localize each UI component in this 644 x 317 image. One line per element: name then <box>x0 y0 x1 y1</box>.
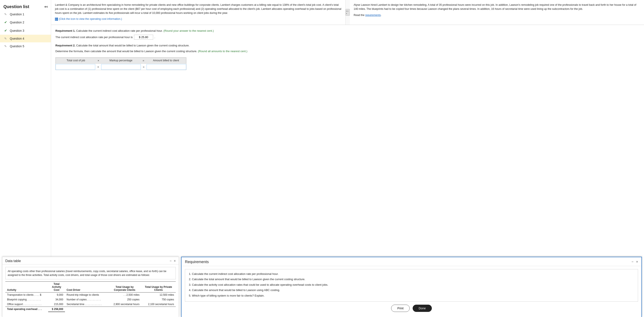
icon-link[interactable]: (Click the icon to view the operating co… <box>55 17 122 21</box>
formula-input-col1 <box>56 64 95 70</box>
col-private-header: Total Usage by PrivateClients <box>141 282 176 292</box>
sidebar-item-label: Question 1 <box>10 12 24 16</box>
row3-driver: Secretarial time . . . . . . . . . . . . <box>65 302 108 307</box>
sidebar-item-q4[interactable]: ✎ Question 4 <box>0 35 51 42</box>
formula-equals-op: = <box>141 64 147 70</box>
formula-input-col3 <box>146 64 186 70</box>
row1-corporate: . . 2,500 miles <box>108 292 141 297</box>
total-row: Total operating overhead . . . $ 258,000 <box>5 307 176 312</box>
passage-right-text: Alyse Lawson hired Lambert to design her… <box>354 3 640 11</box>
requirements-header: Requirements − × <box>182 257 642 266</box>
requirements-content: Calculate the current indirect cost allo… <box>182 266 642 317</box>
row1-cost: 9,000 <box>48 292 65 297</box>
req1-answer-prefix: The current indirect cost allocation rat… <box>56 35 133 39</box>
sidebar-title-text: Question list <box>4 4 29 9</box>
data-table-title: Data table <box>5 259 21 263</box>
requirement-2-block: Requirement 2. Calculate the total amoun… <box>56 43 640 70</box>
col-activity-header: Activity <box>5 282 48 292</box>
svg-rect-0 <box>55 18 58 21</box>
table-icon <box>55 18 58 21</box>
pencil-icon: ✎ <box>4 44 8 48</box>
row3-activity: Office support . . . . . . . . . . . . . <box>5 302 48 307</box>
passage-left-text: Lambert & Company is an architectural fi… <box>55 3 342 15</box>
row1-private: 12,500 miles <box>141 292 176 297</box>
sidebar-item-q2[interactable]: ✔ Question 2 <box>0 18 51 26</box>
formula-input-1[interactable] <box>56 64 95 70</box>
formula-input-2[interactable] <box>101 64 141 70</box>
row3-corporate: 2,900 secretarial hours <box>108 302 141 307</box>
passage-area: Lambert & Company is an architectural fi… <box>51 0 644 25</box>
formula-header: Total cost of job × Markup percentage = … <box>56 57 186 64</box>
overlays: Data table − × All operating costs other… <box>0 257 644 317</box>
total-activity: Total operating overhead . . . <box>5 307 48 312</box>
requirement-1-title: Requirement 1. Calculate the current ind… <box>56 29 640 33</box>
table-row: Office support . . . . . . . . . . . . .… <box>5 302 176 307</box>
requirements-panel: Requirements − × Calculate the current i… <box>181 257 642 317</box>
formula-col2-header: Markup percentage <box>101 58 141 63</box>
req-list-item: Calculate the current indirect cost allo… <box>192 272 635 276</box>
icon-link-text: (Click the icon to view the operating co… <box>59 17 122 21</box>
col-driver-header: Cost Driver <box>65 282 108 292</box>
table-row: Transporation to clients . . . . $ 9,000… <box>5 292 176 297</box>
data-table-description: All operating costs other than professio… <box>5 267 176 279</box>
sidebar-item-label: Question 3 <box>10 29 24 32</box>
req1-answer-input[interactable] <box>134 35 153 40</box>
print-button[interactable]: Print <box>391 305 410 312</box>
formula-eq-header: = <box>141 58 146 63</box>
data-table-header: Data table − × <box>2 257 179 264</box>
requirements-minimize-button[interactable]: − <box>632 260 633 264</box>
row3-cost: 215,000 <box>48 302 65 307</box>
requirements-link[interactable]: requirements <box>365 14 381 16</box>
data-table: Activity TotalActivityCost Cost Driver T… <box>5 282 176 312</box>
formula-multiply-op: × <box>95 64 101 70</box>
sidebar-item-label: Question 4 <box>10 37 24 40</box>
formula-input-col2 <box>101 64 141 70</box>
passage-right-link-text: Read the requirements. <box>354 13 640 17</box>
row2-activity: Blueprint copying . . . . . . . . . . <box>5 297 48 302</box>
sidebar-item-q3[interactable]: ✔ Question 3 <box>0 26 51 35</box>
row1-activity: Transporation to clients . . . . $ <box>5 292 48 297</box>
req-list-item: Which type of billing system is more fai… <box>192 294 635 298</box>
divider-button[interactable]: • • • <box>346 9 350 16</box>
row1-driver: Round-trip mileage to clients <box>65 292 108 297</box>
row2-private: 750 copies <box>141 297 176 302</box>
row2-cost: 34,000 <box>48 297 65 302</box>
col-cost-header: TotalActivityCost <box>48 282 65 292</box>
formula-inputs: × = <box>56 64 186 70</box>
data-table-panel: Data table − × All operating costs other… <box>2 257 179 317</box>
formula-col3-header: Amount billed to client <box>146 58 186 63</box>
requirements-close-button[interactable]: × <box>636 260 638 264</box>
formula-op1-header: × <box>96 58 101 63</box>
data-table-close-button[interactable]: × <box>174 259 176 263</box>
data-table-minimize-button[interactable]: − <box>170 259 172 263</box>
sidebar-item-q5[interactable]: ✎ Question 5 <box>0 42 51 50</box>
sidebar-item-label: Question 2 <box>10 21 24 24</box>
requirements-list: Calculate the current indirect cost allo… <box>185 269 638 302</box>
requirements-controls: − × <box>632 260 638 264</box>
requirement-2-title: Requirement 2. Calculate the total amoun… <box>56 43 640 48</box>
total-corporate <box>108 307 141 312</box>
req1-answer-suffix: . <box>154 35 155 39</box>
total-cost: $ 258,000 <box>48 307 65 312</box>
requirements-buttons: Print Done <box>185 305 638 314</box>
total-driver <box>65 307 108 312</box>
col-corporate-header: Total Usage byCorporate Clients <box>108 282 141 292</box>
formula-col1-header: Total cost of job <box>56 58 96 63</box>
formula-input-3[interactable] <box>146 64 186 70</box>
req-list-item: Calculate the total amount that would be… <box>192 277 635 282</box>
check-icon: ✔ <box>4 20 8 24</box>
pencil-icon: ✎ <box>4 37 8 40</box>
requirement-2-instruction: Determine the formula, then calculate th… <box>56 49 640 53</box>
check-icon: ✔ <box>4 28 8 32</box>
sidebar-item-q1[interactable]: ✎ Question 1 <box>0 10 51 18</box>
sidebar-collapse-button[interactable]: ↤ <box>44 4 48 9</box>
passage-right: Alyse Lawson hired Lambert to design her… <box>350 0 644 25</box>
requirement-1-answer-row: The current indirect cost allocation rat… <box>56 35 640 40</box>
sidebar-item-label: Question 5 <box>10 44 24 48</box>
req-list-item: Calculate the amount that would be bille… <box>192 288 635 292</box>
data-table-controls: − × <box>170 259 176 263</box>
sidebar-title: Question list ↤ <box>0 2 51 10</box>
passage-divider[interactable]: • • • <box>346 0 350 25</box>
row2-corporate: 250 copies <box>108 297 141 302</box>
done-button[interactable]: Done <box>413 305 432 312</box>
